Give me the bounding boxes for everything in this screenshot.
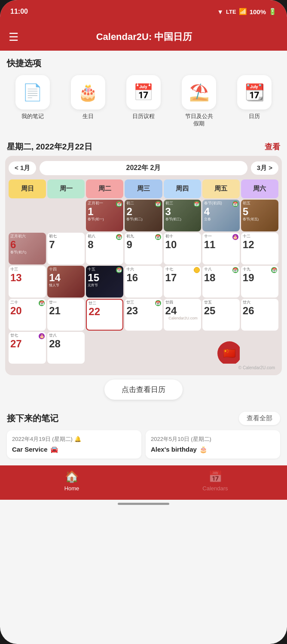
- bottom-nav: 🏠 Home 📅 Calendars: [0, 465, 287, 500]
- cal-cell-15[interactable]: 📅 十五 15 元宵节: [86, 266, 123, 298]
- cal-cell-20[interactable]: 📅 二十 20: [9, 299, 46, 331]
- cell-19-badge: 📅: [271, 267, 277, 273]
- wifi-icon: ▼: [217, 8, 223, 15]
- view-link[interactable]: 查看: [265, 142, 280, 152]
- cell-15-badge: 📅: [116, 267, 122, 273]
- cell-1-festival: 春节(初一): [88, 217, 122, 222]
- calendar-container: < 1月 2022年 2月 3月 > 周日 周一 周二 周三 周四 周五 周六 …: [5, 156, 282, 375]
- cell-26-date: 26: [243, 306, 277, 316]
- cal-cell-27[interactable]: 🎂 廿七 27: [9, 332, 46, 364]
- quick-option-holiday[interactable]: ⛱️ 节日及公共假期: [182, 75, 216, 128]
- quick-option-birthday[interactable]: 🎂 生日: [71, 75, 105, 128]
- cell-11-badge: 🎂: [232, 234, 238, 240]
- cal-cell-17[interactable]: 十七 17: [164, 266, 201, 298]
- notes-label: 我的笔记: [21, 113, 44, 120]
- cell-2-badge: 📅: [155, 201, 161, 207]
- next-month-button[interactable]: 3月 >: [251, 161, 278, 175]
- note-1-title: Alex's birthday 🎂: [151, 446, 275, 453]
- cal-cell-8[interactable]: 📅 初八 8: [86, 233, 123, 264]
- cell-6-festival: 春节(初六): [10, 250, 44, 255]
- cal-cell-22-today[interactable]: 廿二 22: [86, 299, 123, 331]
- cell-7-lunar: 初七: [49, 234, 83, 239]
- cal-cell-2[interactable]: 📅 初二 2 春节(初二): [125, 200, 162, 231]
- header-sun: 周日: [9, 179, 46, 198]
- notes-section: 接下来的笔记 查看全部 2022年4月19日 (星期二) 🔔 Car Servi…: [0, 407, 287, 465]
- cell-11-date: 11: [204, 240, 238, 250]
- cell-9-date: 9: [126, 240, 160, 250]
- quick-options-title: 快捷选项: [7, 58, 280, 69]
- cell-22-date: 22: [89, 307, 121, 317]
- cal-cell-24[interactable]: 廿四 24 Calendar2U.com: [164, 299, 201, 331]
- cell-3-badge: 📅: [194, 201, 200, 207]
- cell-23-badge: 📅: [155, 300, 161, 306]
- cell-16-lunar: 十六: [126, 267, 160, 272]
- notes-title: 接下来的笔记: [7, 413, 58, 424]
- cal-cell-11[interactable]: 🎂 十一 11: [202, 233, 240, 264]
- notes-header: 接下来的笔记 查看全部: [7, 412, 280, 425]
- quick-option-calendar[interactable]: 📆 日历: [237, 75, 272, 128]
- cal-cell-6[interactable]: 正月初六 6 春节(初六): [9, 233, 46, 264]
- cal-cell-3[interactable]: 📅 初三 3 春节(初三): [164, 200, 201, 231]
- cell-2-festival: 春节(初二): [126, 217, 160, 222]
- cell-13-date: 13: [10, 273, 44, 283]
- birthday-label: 生日: [82, 113, 94, 120]
- quick-options-section: 快捷选项 📄 我的笔记 🎂 生日 📅 日历议程: [0, 51, 287, 136]
- cell-13-lunar: 十三: [10, 267, 44, 272]
- quick-option-notes[interactable]: 📄 我的笔记: [15, 75, 50, 128]
- cell-17-date: 17: [165, 273, 199, 283]
- cell-18-badge: 📅: [232, 267, 238, 273]
- nav-home[interactable]: 🏠 Home: [0, 470, 144, 492]
- cell-18-date: 18: [204, 273, 238, 283]
- cell-2-date: 2: [126, 207, 160, 217]
- agenda-icon-box: 📅: [126, 75, 161, 109]
- nav-calendars[interactable]: 📅 Calendars: [144, 470, 287, 492]
- cal-cell-19[interactable]: 📅 十九 19: [241, 266, 278, 298]
- header-thu: 周四: [164, 179, 201, 198]
- cell-9-badge: 📅: [155, 234, 161, 240]
- cell-21-date: 21: [49, 306, 83, 316]
- cell-5-festival: 春节(初五): [243, 217, 277, 222]
- cell-24-lunar: 廿四: [165, 300, 199, 305]
- cell-10-date: 10: [165, 240, 199, 250]
- cal-cell-7[interactable]: 初七 7: [47, 233, 85, 264]
- menu-button[interactable]: ☰: [9, 31, 18, 43]
- header-fri: 周五: [202, 179, 240, 198]
- cal-cell-26[interactable]: 廿六 26: [241, 299, 278, 331]
- view-calendar-button[interactable]: 点击查看日历: [104, 380, 183, 400]
- prev-month-button[interactable]: < 1月: [9, 161, 36, 175]
- cal-cell-21[interactable]: 廿一 21: [47, 299, 85, 331]
- date-section: 星期二, 2022年2月22日 查看: [0, 136, 287, 156]
- calendars-nav-label: Calendars: [202, 485, 228, 492]
- agenda-label: 日历议程: [132, 113, 155, 120]
- cell-14-date: 14: [49, 273, 83, 283]
- cell-23-date: 23: [126, 306, 160, 316]
- cal-cell-4[interactable]: 📅 春节(初四) 4 立春: [202, 200, 240, 231]
- cell-8-badge: 📅: [116, 234, 122, 240]
- cal-cell-25[interactable]: 廿五 25: [202, 299, 240, 331]
- cell-4-festival: 立春: [204, 217, 238, 222]
- cal-cell-23[interactable]: 📅 廿三 23: [125, 299, 162, 331]
- cal-cell-10[interactable]: 初十 10: [164, 233, 201, 264]
- cal-cell-14[interactable]: 十四 14 情人节: [47, 266, 85, 298]
- cal-cell-12[interactable]: 十二 12: [241, 233, 278, 264]
- cal-cell-5[interactable]: 初五 5 春节(初五): [241, 200, 278, 231]
- cal-cell-1[interactable]: 📅 正月初一 1 春节(初一): [86, 200, 123, 231]
- quick-options-grid: 📄 我的笔记 🎂 生日 📅 日历议程 ⛱️ 节日及公共假期: [7, 75, 280, 128]
- cal-cell-16[interactable]: 十六 16: [125, 266, 162, 298]
- quick-option-agenda[interactable]: 📅 日历议程: [126, 75, 161, 128]
- note-card-1[interactable]: 2022年5月10日 (星期二) Alex's birthday 🎂: [146, 430, 280, 459]
- cal-cell-18[interactable]: 📅 十八 18: [202, 266, 240, 298]
- cell-1-badge: 📅: [116, 201, 122, 207]
- cell-24-date: 24: [165, 306, 199, 316]
- cell-5-date: 5: [243, 207, 277, 217]
- cal-cell-13[interactable]: 十三 13: [9, 266, 46, 298]
- cell-12-date: 12: [243, 240, 277, 250]
- cell-3-festival: 春节(初三): [165, 217, 199, 222]
- view-all-button[interactable]: 查看全部: [239, 412, 280, 425]
- calendar-icon-box: 📆: [237, 75, 272, 109]
- holiday-label: 节日及公共假期: [184, 113, 214, 128]
- cal-cell-9[interactable]: 📅 初九 9: [125, 233, 162, 264]
- note-card-0[interactable]: 2022年4月19日 (星期二) 🔔 Car Service 🚘: [7, 430, 141, 459]
- note-0-emoji: 🚘: [50, 446, 58, 453]
- cal-cell-28[interactable]: 廿八 28: [47, 332, 85, 364]
